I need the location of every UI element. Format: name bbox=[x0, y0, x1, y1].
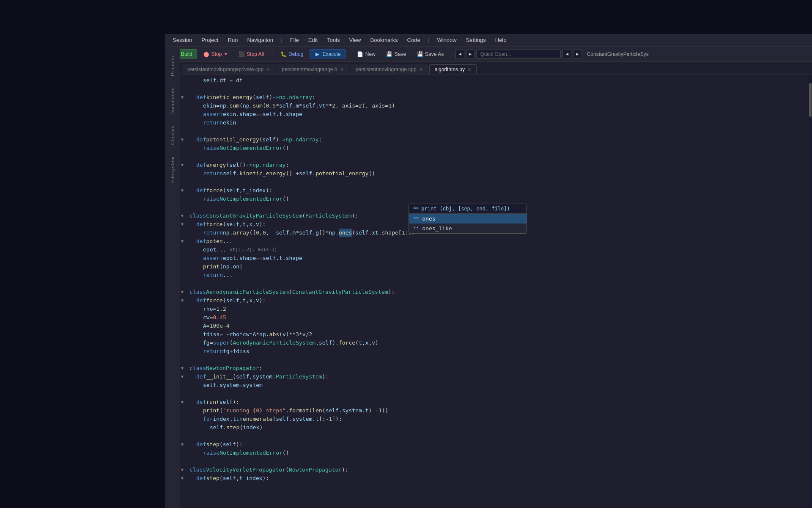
autocomplete-item-ones[interactable]: ** ones bbox=[409, 214, 527, 224]
stop-all-button[interactable]: ⬛ Stop All bbox=[234, 49, 269, 59]
stop-dropdown-icon: ▼ bbox=[224, 52, 228, 56]
fold-arrow[interactable]: ▼ bbox=[181, 288, 184, 296]
autocomplete-item-label: ones bbox=[422, 215, 435, 222]
code-line: raise NotImplementedError() bbox=[186, 144, 812, 152]
menu-help[interactable]: Help bbox=[491, 35, 511, 45]
tab-close-icon[interactable]: ✕ bbox=[340, 67, 344, 72]
save-label: Save bbox=[395, 51, 406, 57]
tab-persistentmovingrange-cpp[interactable]: persistentmovingrange.cpp ✕ bbox=[350, 64, 428, 74]
side-panel-classes[interactable]: Classes bbox=[168, 120, 177, 150]
toolbar-sep2 bbox=[349, 50, 349, 58]
code-line: ▼ def step(self, t_index): bbox=[186, 474, 812, 483]
fold-arrow[interactable]: ▼ bbox=[181, 135, 184, 144]
fold-arrow[interactable]: ▼ bbox=[181, 220, 184, 229]
class-breadcrumb: ConstantGravityParticleSys bbox=[584, 50, 652, 58]
tab-label: persistentmovingrange.cpp bbox=[356, 66, 417, 72]
menu-view[interactable]: View bbox=[345, 35, 365, 45]
debug-label: Debug bbox=[288, 51, 303, 57]
menu-sep1: | bbox=[278, 37, 285, 43]
fold-arrow[interactable]: ▼ bbox=[181, 161, 184, 169]
scrollbar-thumb[interactable] bbox=[809, 83, 812, 117]
fold-arrow[interactable]: ▼ bbox=[181, 398, 184, 406]
menu-session[interactable]: Session bbox=[168, 35, 196, 45]
code-line: return ... bbox=[186, 271, 812, 279]
code-line: ▼ def kinetic_energy(self) -> np.ndarray… bbox=[186, 93, 812, 102]
stop-button[interactable]: ⬤ Stop ▼ bbox=[199, 49, 233, 59]
fold-arrow[interactable]: ▼ bbox=[181, 474, 184, 483]
code-line bbox=[186, 356, 812, 364]
vertical-scrollbar[interactable] bbox=[809, 75, 812, 508]
nav-back-button[interactable]: ◀ bbox=[455, 50, 464, 58]
execute-label: Execute bbox=[322, 51, 340, 57]
tab-persistentmovingrangeprivate[interactable]: persistentmovingrangeprivate.cpp ✕ bbox=[182, 64, 275, 74]
code-line: ▼ def __init__(self, system: ParticleSys… bbox=[186, 373, 812, 381]
autocomplete-popup[interactable]: ** print (obj, [sep, end, file]) ** ones… bbox=[409, 204, 527, 234]
quick-open-next[interactable]: ▶ bbox=[573, 50, 582, 58]
menu-edit[interactable]: Edit bbox=[304, 35, 322, 45]
tab-close-icon[interactable]: ✕ bbox=[266, 67, 270, 72]
menu-project[interactable]: Project bbox=[197, 35, 222, 45]
menu-bookmarks[interactable]: Bookmarks bbox=[366, 35, 402, 45]
quick-open-prev[interactable]: ◀ bbox=[562, 50, 571, 58]
code-line: ▼ def step(self): bbox=[186, 440, 812, 449]
stop-icon: ⬤ bbox=[203, 51, 209, 57]
tab-close-icon[interactable]: ✕ bbox=[419, 67, 423, 72]
nav-forward-button[interactable]: ▶ bbox=[466, 50, 475, 58]
build-label: Build bbox=[181, 51, 192, 57]
fold-arrow[interactable]: ▼ bbox=[181, 212, 184, 220]
code-line bbox=[186, 279, 812, 288]
code-line: cw = 0.45 bbox=[186, 313, 812, 322]
code-line: assert ekin.shape == self.t.shape bbox=[186, 110, 812, 119]
menu-code[interactable]: Code bbox=[403, 35, 425, 45]
debug-button[interactable]: 🐛 Debug bbox=[276, 49, 308, 59]
new-icon: 📄 bbox=[357, 51, 363, 57]
stop-all-icon: ⬛ bbox=[239, 51, 244, 57]
fold-arrow[interactable]: ▼ bbox=[181, 186, 184, 195]
side-panels: Projects Documents Classes Filesystem bbox=[165, 47, 180, 508]
code-line bbox=[186, 432, 812, 440]
autocomplete-item-icon: ** bbox=[413, 216, 419, 221]
code-content: self.dt = dt ▼ def kinetic_energy(self) … bbox=[186, 75, 812, 508]
quick-open-input[interactable] bbox=[476, 50, 561, 59]
menu-file[interactable]: File bbox=[286, 35, 303, 45]
menu-window[interactable]: Window bbox=[433, 35, 461, 45]
tab-algorithms-py[interactable]: algorithms.py ✕ bbox=[429, 64, 477, 74]
tab-persistentmovingrange-h[interactable]: persistentmovingrange.h ✕ bbox=[276, 64, 349, 74]
fold-arrow[interactable]: ▼ bbox=[181, 93, 184, 102]
menu-run[interactable]: Run bbox=[224, 35, 242, 45]
side-panel-filesystem[interactable]: Filesystem bbox=[168, 151, 177, 188]
save-button[interactable]: 💾 Save bbox=[382, 49, 411, 59]
code-line: ▼ class NewtonPropagator: bbox=[186, 364, 812, 373]
fold-arrow[interactable]: ▼ bbox=[181, 440, 184, 449]
execute-button[interactable]: ▶ Execute bbox=[310, 49, 345, 59]
code-line: return fg + fdiss bbox=[186, 347, 812, 356]
fold-arrow[interactable]: ▼ bbox=[181, 466, 184, 474]
code-line: ▼ def potential_energy(self) -> np.ndarr… bbox=[186, 135, 812, 144]
code-line: self.step(index) bbox=[186, 423, 812, 432]
menu-navigation[interactable]: Navigation bbox=[243, 35, 277, 45]
side-panel-documents[interactable]: Documents bbox=[168, 82, 177, 120]
tab-label: persistentmovingrangeprivate.cpp bbox=[187, 66, 263, 72]
code-line bbox=[186, 389, 812, 398]
code-editor[interactable]: self.dt = dt ▼ def kinetic_energy(self) … bbox=[180, 75, 812, 508]
menu-tools[interactable]: Tools bbox=[323, 35, 344, 45]
code-line bbox=[186, 85, 812, 93]
menu-bar: Session Project Run Navigation | File Ed… bbox=[165, 34, 812, 47]
new-label: New bbox=[365, 51, 376, 57]
autocomplete-item-ones-like[interactable]: ** ones_like bbox=[409, 224, 527, 233]
fold-arrow[interactable]: ▼ bbox=[181, 364, 184, 373]
new-button[interactable]: 📄 New bbox=[353, 49, 380, 59]
fold-arrow[interactable]: ▼ bbox=[181, 373, 184, 381]
menu-settings[interactable]: Settings bbox=[462, 35, 490, 45]
execute-icon: ▶ bbox=[314, 51, 320, 57]
code-line: assert epot.shape == self.t.shape bbox=[186, 254, 812, 262]
autocomplete-header: ** print (obj, [sep, end, file]) bbox=[409, 204, 527, 214]
fold-arrow[interactable]: ▼ bbox=[181, 296, 184, 305]
code-line bbox=[186, 178, 812, 186]
code-line: fg = super(AerodynamicParticleSystem, se… bbox=[186, 339, 812, 347]
fold-arrow[interactable]: ▼ bbox=[181, 237, 184, 246]
save-as-button[interactable]: 💾 Save As bbox=[412, 49, 448, 59]
tab-label: persistentmovingrange.h bbox=[282, 66, 337, 72]
side-panel-projects[interactable]: Projects bbox=[168, 51, 177, 81]
tab-close-icon[interactable]: ✕ bbox=[467, 67, 471, 72]
